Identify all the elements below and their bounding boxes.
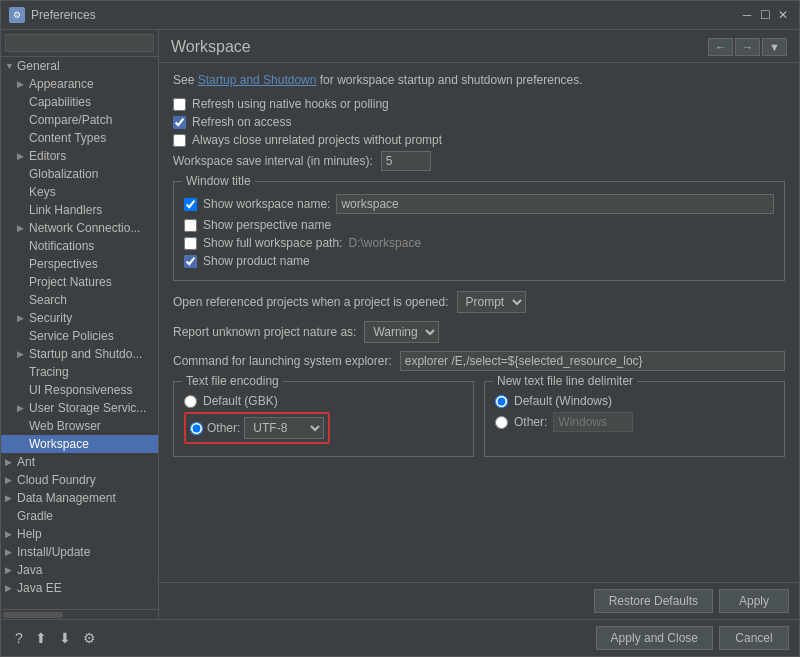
report-unknown-select[interactable]: Warning Error Ignore	[364, 321, 439, 343]
footer-icons: ? ⬆ ⬇ ⚙	[11, 628, 100, 648]
sidebar-search-area	[1, 30, 158, 57]
encoding-options: Default (GBK) Other: UTF-8 UTF-16 ISO-88…	[184, 394, 463, 448]
always-close-label: Always close unrelated projects without …	[192, 133, 442, 147]
encoding-default-row: Default (GBK)	[184, 394, 463, 408]
text-file-encoding-group: Text file encoding Default (GBK) Other: …	[173, 381, 474, 457]
sidebar-item-workspace[interactable]: ▶ Workspace	[1, 435, 158, 453]
sidebar-item-service-policies[interactable]: ▶ Service Policies	[1, 327, 158, 345]
help-icon-button[interactable]: ?	[11, 628, 27, 648]
sidebar-item-link-handlers[interactable]: ▶ Link Handlers	[1, 201, 158, 219]
sidebar-item-cloud-foundry[interactable]: ▶ Cloud Foundry	[1, 471, 158, 489]
newline-default-radio[interactable]	[495, 395, 508, 408]
encoding-default-radio[interactable]	[184, 395, 197, 408]
open-referenced-select[interactable]: Prompt Always Never	[457, 291, 526, 313]
title-bar: ⚙ Preferences ─ ☐ ✕	[1, 1, 799, 30]
nav-forward-button[interactable]: →	[735, 38, 760, 56]
window-title-group: Window title Show workspace name: Show p…	[173, 181, 785, 281]
save-interval-input[interactable]	[381, 151, 431, 171]
sidebar-item-tracing[interactable]: ▶ Tracing	[1, 363, 158, 381]
sidebar-item-content-types[interactable]: ▶ Content Types	[1, 129, 158, 147]
expand-arrow-java: ▶	[5, 565, 17, 575]
sidebar-item-security[interactable]: ▶ Security	[1, 309, 158, 327]
import-icon-button[interactable]: ⬇	[55, 628, 75, 648]
sidebar-item-ui-responsiveness[interactable]: ▶ UI Responsiveness	[1, 381, 158, 399]
sidebar-tree: ▼ General ▶ Appearance ▶ Capabilities ▶ …	[1, 57, 158, 609]
sidebar-item-network-connections[interactable]: ▶ Network Connectio...	[1, 219, 158, 237]
refresh-native-checkbox[interactable]	[173, 98, 186, 111]
refresh-on-access-label: Refresh on access	[192, 115, 291, 129]
sidebar-hscrollbar[interactable]	[1, 609, 158, 619]
restore-defaults-button[interactable]: Restore Defaults	[594, 589, 713, 613]
expand-arrow-help: ▶	[5, 529, 17, 539]
refresh-on-access-checkbox[interactable]	[173, 116, 186, 129]
export-icon-button[interactable]: ⬆	[31, 628, 51, 648]
sidebar-item-general[interactable]: ▼ General	[1, 57, 158, 75]
settings-icon-button[interactable]: ⚙	[79, 628, 100, 648]
encoding-other-select[interactable]: UTF-8 UTF-16 ISO-8859-1	[244, 417, 324, 439]
sidebar-item-notifications[interactable]: ▶ Notifications	[1, 237, 158, 255]
newline-other-radio[interactable]	[495, 416, 508, 429]
sidebar-item-globalization[interactable]: ▶ Globalization	[1, 165, 158, 183]
apply-and-close-button[interactable]: Apply and Close	[596, 626, 713, 650]
sidebar-item-capabilities[interactable]: ▶ Capabilities	[1, 93, 158, 111]
command-launcher-row: Command for launching system explorer:	[173, 351, 785, 371]
expand-arrow-java-ee: ▶	[5, 583, 17, 593]
newline-options: Default (Windows) Other:	[495, 394, 774, 432]
startup-shutdown-link[interactable]: Startup and Shutdown	[198, 73, 317, 87]
cancel-button[interactable]: Cancel	[719, 626, 789, 650]
always-close-row: Always close unrelated projects without …	[173, 133, 785, 147]
sidebar-search-input[interactable]	[5, 34, 154, 52]
close-button[interactable]: ✕	[775, 7, 791, 23]
workspace-save-interval-row: Workspace save interval (in minutes):	[173, 151, 785, 171]
sidebar-item-user-storage[interactable]: ▶ User Storage Servic...	[1, 399, 158, 417]
sidebar-item-compare-patch[interactable]: ▶ Compare/Patch	[1, 111, 158, 129]
refresh-native-row: Refresh using native hooks or polling	[173, 97, 785, 111]
encoding-other-radio[interactable]	[190, 422, 203, 435]
sidebar-item-ant[interactable]: ▶ Ant	[1, 453, 158, 471]
content-header: Workspace ← → ▼	[159, 30, 799, 63]
encoding-other-label: Other:	[207, 421, 240, 435]
newline-other-input[interactable]	[553, 412, 633, 432]
minimize-button[interactable]: ─	[739, 7, 755, 23]
maximize-button[interactable]: ☐	[757, 7, 773, 23]
show-perspective-name-checkbox[interactable]	[184, 219, 197, 232]
show-product-name-row: Show product name	[184, 254, 774, 268]
sidebar-item-help[interactable]: ▶ Help	[1, 525, 158, 543]
sidebar-item-appearance[interactable]: ▶ Appearance	[1, 75, 158, 93]
sidebar-item-search[interactable]: ▶ Search	[1, 291, 158, 309]
sidebar-item-keys[interactable]: ▶ Keys	[1, 183, 158, 201]
expand-arrow-editors: ▶	[17, 151, 29, 161]
content-body: See Startup and Shutdown for workspace s…	[159, 63, 799, 582]
show-full-workspace-path-checkbox[interactable]	[184, 237, 197, 250]
desc-text-after: for workspace startup and shutdown prefe…	[316, 73, 582, 87]
sidebar-item-perspectives[interactable]: ▶ Perspectives	[1, 255, 158, 273]
sidebar-item-java[interactable]: ▶ Java	[1, 561, 158, 579]
show-perspective-name-label: Show perspective name	[203, 218, 331, 232]
show-product-name-checkbox[interactable]	[184, 255, 197, 268]
show-workspace-name-row: Show workspace name:	[184, 194, 774, 214]
command-launcher-input[interactable]	[400, 351, 785, 371]
workspace-path-value: D:\workspace	[348, 236, 421, 250]
open-referenced-projects-row: Open referenced projects when a project …	[173, 291, 785, 313]
description: See Startup and Shutdown for workspace s…	[173, 73, 785, 87]
encoding-other-row: Other: UTF-8 UTF-16 ISO-8859-1	[184, 412, 330, 444]
sidebar-item-data-management[interactable]: ▶ Data Management	[1, 489, 158, 507]
window-title-group-content: Show workspace name: Show perspective na…	[184, 194, 774, 268]
sidebar-item-project-natures[interactable]: ▶ Project Natures	[1, 273, 158, 291]
expand-arrow-cloud-foundry: ▶	[5, 475, 17, 485]
sidebar-item-startup-shutdown[interactable]: ▶ Startup and Shutdo...	[1, 345, 158, 363]
sidebar-item-editors[interactable]: ▶ Editors	[1, 147, 158, 165]
sidebar-item-java-ee[interactable]: ▶ Java EE	[1, 579, 158, 597]
apply-button[interactable]: Apply	[719, 589, 789, 613]
always-close-checkbox[interactable]	[173, 134, 186, 147]
dialog-footer: ? ⬆ ⬇ ⚙ Apply and Close Cancel	[1, 619, 799, 656]
workspace-name-input[interactable]	[336, 194, 774, 214]
nav-back-button[interactable]: ←	[708, 38, 733, 56]
sidebar-item-install-update[interactable]: ▶ Install/Update	[1, 543, 158, 561]
show-product-name-label: Show product name	[203, 254, 310, 268]
sidebar-item-web-browser[interactable]: ▶ Web Browser	[1, 417, 158, 435]
show-workspace-name-checkbox[interactable]	[184, 198, 197, 211]
sidebar-item-gradle[interactable]: ▶ Gradle	[1, 507, 158, 525]
desc-text-before: See	[173, 73, 198, 87]
nav-dropdown-button[interactable]: ▼	[762, 38, 787, 56]
